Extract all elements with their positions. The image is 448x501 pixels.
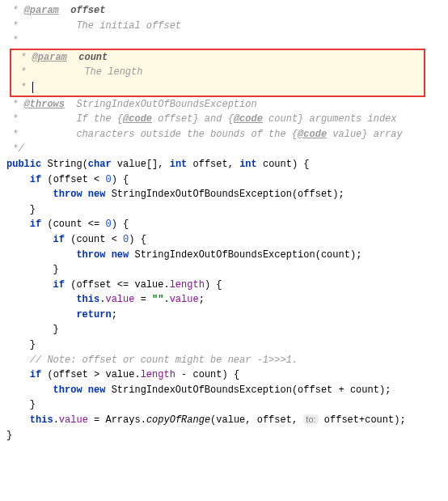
code-line[interactable]: if (offset <= value.length) {	[6, 278, 448, 293]
paren: )	[332, 189, 338, 200]
var-value: value	[134, 279, 163, 291]
doc-line: *	[6, 33, 448, 49]
doc-text: If the {	[76, 113, 123, 125]
javadoc-throws-tag: @throws	[24, 99, 65, 110]
semi: ;	[199, 294, 205, 305]
brace: }	[53, 264, 59, 275]
code-line[interactable]: }	[6, 262, 448, 278]
dot: .	[163, 294, 169, 305]
keyword-if: if	[30, 219, 41, 230]
keyword-if: if	[53, 234, 65, 245]
doc-line: * @throws StringIndexOutOfBoundsExceptio…	[6, 97, 448, 113]
brace: }	[30, 204, 36, 215]
constructor-name: String	[47, 159, 82, 170]
code-line[interactable]: public String(char value[], int offset, …	[6, 157, 448, 172]
code-line[interactable]: if (count <= 0) {	[6, 217, 448, 232]
param-desc: The length	[84, 66, 142, 78]
code-line[interactable]: }	[6, 202, 448, 218]
paren: (	[292, 384, 298, 396]
param-offset: offset	[193, 159, 228, 170]
var-offset: offset	[53, 369, 88, 380]
javadoc-param-tag: @param	[32, 52, 67, 63]
doc-line: * The length	[15, 65, 421, 80]
doc-line: * @param count	[15, 50, 421, 66]
code-line[interactable]: return;	[6, 308, 448, 323]
code-line[interactable]: }	[6, 338, 448, 353]
op-gt: >	[88, 369, 106, 380]
semi: ;	[112, 309, 117, 321]
keyword-int: int	[170, 159, 188, 170]
doc-text: value} array	[327, 129, 403, 140]
doc-star: *	[6, 129, 24, 140]
code-line[interactable]: }	[6, 397, 448, 413]
code-line[interactable]: }	[6, 428, 448, 444]
code-line[interactable]: if (count < 0) {	[6, 232, 448, 248]
bracket: [	[146, 159, 152, 170]
doc-text: count} arguments index	[263, 113, 397, 125]
brace: {	[216, 279, 222, 291]
string-literal: ""	[152, 294, 163, 305]
code-line[interactable]: throw new StringIndexOutOfBoundsExceptio…	[6, 248, 448, 263]
field-length: length	[170, 279, 205, 291]
keyword-char: char	[88, 159, 112, 170]
var-offset: offset	[324, 414, 359, 426]
comma: ,	[228, 159, 239, 170]
keyword-this: this	[30, 414, 53, 426]
code-line[interactable]: this.value = "".value;	[6, 292, 448, 308]
code-line[interactable]: if (offset < 0) {	[6, 172, 448, 188]
comma: ,	[158, 159, 169, 170]
var-offset: offset	[298, 384, 332, 396]
javadoc-code-tag: @code	[298, 129, 327, 140]
line-comment: // Note: offset or count might be near -…	[30, 355, 298, 366]
doc-text: characters outside the bounds of the {	[76, 129, 298, 140]
javadoc-param-tag: @param	[24, 5, 59, 16]
doc-star: *	[6, 20, 24, 32]
literal-zero: 0	[105, 219, 111, 230]
brace: }	[30, 399, 36, 410]
code-line[interactable]: // Note: offset or count might be near -…	[6, 353, 448, 368]
text-cursor	[32, 82, 33, 93]
var-count: count	[193, 369, 222, 380]
keyword-if: if	[53, 279, 65, 291]
brace: {	[303, 159, 309, 170]
keyword-new: new	[88, 384, 106, 396]
doc-star: *	[6, 99, 24, 110]
paren: )	[112, 174, 117, 185]
code-line[interactable]: throw new StringIndexOutOfBoundsExceptio…	[6, 187, 448, 202]
var-count: count	[350, 384, 379, 396]
param-count: count	[263, 159, 292, 170]
code-line[interactable]: }	[6, 322, 448, 338]
edit-highlight[interactable]: * @param count * The length *	[10, 49, 425, 97]
caret-line[interactable]: *	[15, 80, 421, 96]
code-line[interactable]: this.value = Arrays.copyOfRange(value, o…	[6, 413, 448, 428]
exception-class: StringIndexOutOfBoundsException	[112, 189, 292, 200]
var-count: count	[365, 414, 394, 426]
var-offset: offset	[257, 414, 292, 426]
code-editor[interactable]: * @param offset * The initial offset * *…	[0, 0, 448, 446]
brace: }	[6, 430, 12, 441]
keyword-throw: throw	[53, 384, 82, 396]
brace: {	[234, 369, 239, 380]
doc-star: *	[15, 52, 32, 63]
op-eq: =	[134, 294, 152, 305]
javadoc-code-tag: @code	[234, 113, 263, 125]
paren: (	[292, 189, 298, 200]
brace: }	[30, 339, 36, 350]
keyword-throw: throw	[76, 249, 105, 261]
doc-star: *	[6, 5, 24, 16]
brace: {	[141, 234, 146, 245]
var-count: count	[321, 249, 350, 261]
literal-zero: 0	[105, 174, 111, 185]
doc-line: * The initial offset	[6, 19, 448, 34]
dot: .	[163, 279, 169, 291]
code-line[interactable]: throw new StringIndexOutOfBoundsExceptio…	[6, 383, 448, 398]
doc-star: *	[6, 113, 24, 125]
doc-text: offset} and {	[152, 113, 234, 125]
field-length: length	[141, 369, 175, 380]
comma: ,	[292, 414, 303, 426]
code-line[interactable]: if (offset > value.length - count) {	[6, 367, 448, 383]
param-name: count	[78, 52, 108, 63]
keyword-new: new	[88, 189, 106, 200]
brace: }	[53, 324, 59, 335]
paren: (	[47, 219, 53, 230]
